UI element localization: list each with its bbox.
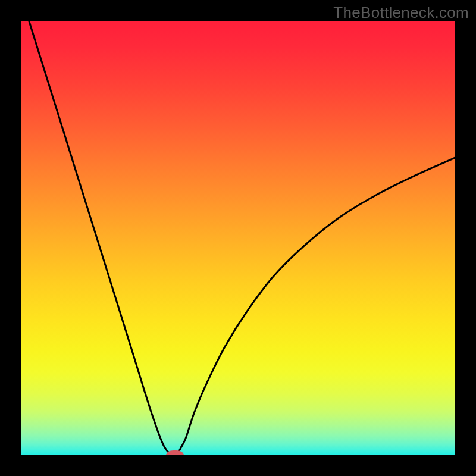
optimum-marker xyxy=(166,450,184,455)
curve-svg xyxy=(21,21,455,455)
watermark-text: TheBottleneck.com xyxy=(333,4,469,22)
chart-frame: TheBottleneck.com xyxy=(0,0,476,476)
plot-area xyxy=(21,21,455,455)
bottleneck-curve-path xyxy=(21,21,455,455)
